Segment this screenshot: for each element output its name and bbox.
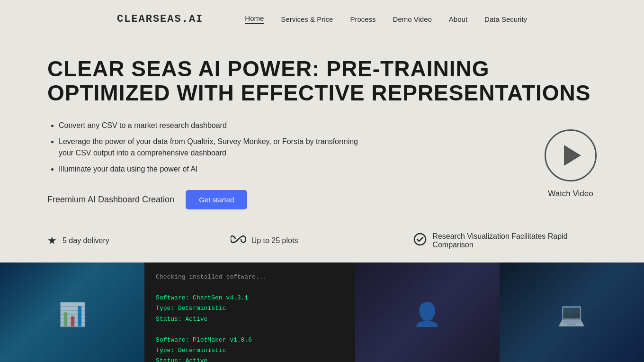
- image-card-right2: 💻: [500, 262, 644, 362]
- hero-content: Convert any CSV to a market research das…: [47, 120, 597, 209]
- get-started-button[interactable]: Get started: [186, 190, 247, 209]
- terminal-line-2: Type: Deterministic: [156, 303, 344, 314]
- watch-video-button[interactable]: [545, 129, 597, 181]
- feature-comparison: Research Visualization Facilitates Rapid…: [413, 232, 597, 249]
- hero-left: Convert any CSV to a market research das…: [47, 120, 369, 209]
- hero-right: Watch Video: [545, 120, 597, 199]
- image-card-left: 📊: [0, 262, 144, 362]
- nav-item-home[interactable]: Home: [245, 14, 264, 24]
- hero-section: CLEAR SEAS AI POWER: PRE-TRAINING OPTIMI…: [0, 38, 644, 219]
- bullet-3: Illuminate your data using the power of …: [59, 163, 369, 175]
- terminal-line-3: Status: Active: [156, 314, 344, 325]
- feature-comparison-text: Research Visualization Facilitates Rapid…: [432, 232, 597, 249]
- terminal-line-1: Software: ChartGen v4.3.1: [156, 293, 344, 303]
- check-circle-icon: [413, 233, 427, 249]
- infinity-icon: [231, 235, 246, 247]
- bullet-2: Leverage the power of your data from Qua…: [59, 136, 369, 159]
- terminal-card: Checking installed software... Software:…: [144, 262, 355, 362]
- play-icon: [564, 145, 581, 166]
- nav-links: Home Services & Price Process Demo Video…: [245, 14, 527, 24]
- site-logo[interactable]: CLEARSEAS.AI: [117, 13, 203, 25]
- nav-item-process[interactable]: Process: [350, 15, 376, 23]
- features-row: ★ 5 day delivery Up to 25 plots Research…: [0, 219, 644, 262]
- feature-plots: Up to 25 plots: [231, 235, 414, 247]
- freemium-row: Freemium AI Dashboard Creation Get start…: [47, 190, 369, 209]
- terminal-line-5: Type: Deterministic: [156, 345, 344, 356]
- navbar: CLEARSEAS.AI Home Services & Price Proce…: [0, 0, 644, 38]
- terminal-blank-0: [156, 282, 344, 293]
- person-icon: 👤: [413, 301, 441, 328]
- star-icon: ★: [47, 235, 57, 247]
- image-card-right1: 👤: [355, 262, 500, 362]
- watch-video-label: Watch Video: [548, 189, 593, 199]
- terminal-blank-1: [156, 325, 344, 335]
- feature-delivery: ★ 5 day delivery: [47, 235, 231, 247]
- svg-point-0: [414, 234, 426, 245]
- terminal-line-0: Checking installed software...: [156, 272, 344, 282]
- nav-item-data-security[interactable]: Data Security: [484, 15, 527, 23]
- tech-icon: 💻: [557, 301, 586, 328]
- nav-item-about[interactable]: About: [449, 15, 467, 23]
- images-row: 📊 Checking installed software... Softwar…: [0, 262, 644, 362]
- nav-item-services-price[interactable]: Services & Price: [281, 15, 333, 23]
- data-visual-icon: 📊: [58, 301, 87, 328]
- hero-title: CLEAR SEAS AI POWER: PRE-TRAINING OPTIMI…: [47, 57, 597, 105]
- terminal-line-6: Status: Active: [156, 356, 344, 362]
- bullet-1: Convert any CSV to a market research das…: [59, 120, 369, 131]
- feature-plots-text: Up to 25 plots: [251, 236, 298, 245]
- freemium-label: Freemium AI Dashboard Creation: [47, 195, 174, 205]
- bullet-list: Convert any CSV to a market research das…: [47, 120, 369, 175]
- feature-delivery-text: 5 day delivery: [63, 236, 109, 245]
- nav-item-demo-video[interactable]: Demo Video: [393, 15, 432, 23]
- terminal-line-4: Software: PlotMaker v1.0.6: [156, 335, 344, 345]
